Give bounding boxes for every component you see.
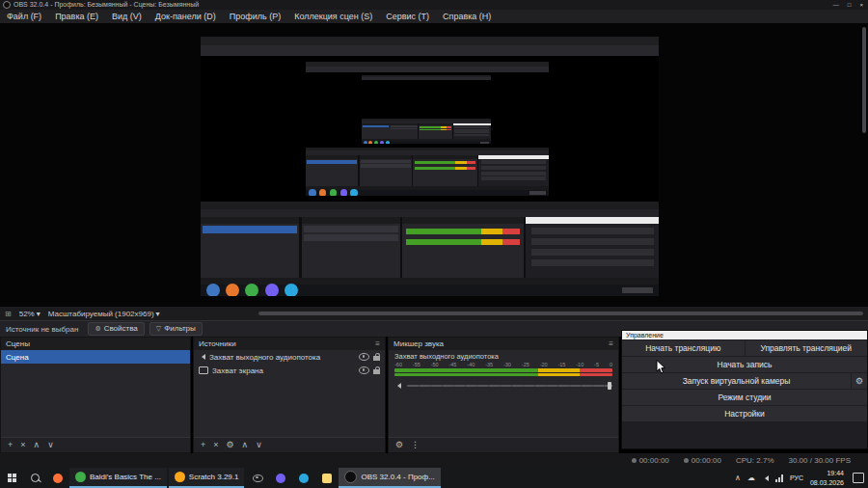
scratch-app-icon <box>175 472 185 482</box>
volume-tray-icon[interactable] <box>762 475 769 481</box>
lock-icon[interactable] <box>373 369 380 374</box>
explorer-taskbar-button[interactable] <box>315 468 339 488</box>
studio-mode-button[interactable]: Режим студии <box>622 390 867 405</box>
task-button-scratch[interactable]: Scratch 3.29.1 <box>169 468 245 488</box>
mixer-dock-title: Микшер звука <box>393 339 444 348</box>
display-icon <box>199 366 208 374</box>
menu-scene-collection[interactable]: Коллекция сцен (S) <box>287 10 379 23</box>
obs-logo-icon <box>3 1 11 9</box>
source-down-button[interactable]: ∨ <box>256 438 262 452</box>
mute-speaker-icon[interactable] <box>394 383 401 389</box>
source-properties-button[interactable]: ⚙ <box>227 438 234 452</box>
maximize-button[interactable]: □ <box>848 0 852 10</box>
filter-icon: ▽ <box>156 323 161 335</box>
volume-slider-handle[interactable] <box>608 382 611 390</box>
mixer-gear-button[interactable]: ⚙ <box>395 438 403 452</box>
nested-selected-scene <box>203 226 297 233</box>
start-recording-button[interactable]: Начать запись <box>622 357 867 372</box>
nested-preview <box>201 56 659 202</box>
source-item-audio[interactable]: Захват выходного аудиопотока <box>194 350 385 364</box>
menu-tools[interactable]: Сервис (T) <box>379 10 436 23</box>
minimize-button[interactable]: — <box>833 0 839 10</box>
capture-detail <box>361 160 411 164</box>
taskbar-clock[interactable]: 19:44 08.03.2026 <box>810 469 844 486</box>
preview-vertical-scrollbar[interactable] <box>862 27 866 133</box>
network-tray-icon[interactable] <box>775 474 783 482</box>
nested-sources-dock <box>302 217 400 278</box>
preview-horizontal-scrollbar[interactable] <box>258 312 863 315</box>
menu-docks[interactable]: Док-панели (D) <box>149 10 223 23</box>
status-bar: 00:00:00 00:00:00 CPU: 2.7% 30.00 / 30.0… <box>0 453 868 468</box>
obs-window: OBS 32.0.4 - Профиль: Безымянный - Сцены… <box>0 0 868 488</box>
filters-button[interactable]: ▽ Фильтры <box>149 322 203 336</box>
preview-capture[interactable] <box>201 37 659 296</box>
tray-expand-chevron-icon[interactable]: ∧ <box>735 474 741 482</box>
manage-broadcast-button[interactable]: Управлять трансляцией <box>746 340 868 356</box>
scenes-dock-header: Сцены <box>1 338 190 350</box>
volume-meter-right <box>394 373 612 376</box>
capture-detail <box>531 259 654 267</box>
lock-icon[interactable] <box>373 356 380 361</box>
controls-dock-header[interactable]: Управление <box>622 331 867 339</box>
streaming-dot-icon <box>684 458 689 463</box>
menu-edit[interactable]: Правка (E) <box>48 10 105 23</box>
visibility-eye-icon[interactable] <box>359 366 369 374</box>
language-indicator[interactable]: РУС <box>790 474 803 481</box>
telegram-icon <box>299 474 309 483</box>
capture-detail <box>413 155 477 159</box>
taskbar-search-button[interactable] <box>23 468 46 488</box>
db-scale-label: -20 <box>540 362 548 367</box>
dock-menu-icon[interactable]: ≡ <box>375 339 380 348</box>
pinned-app-button[interactable] <box>246 468 269 488</box>
zoom-control[interactable]: 52% ▾ <box>15 310 44 318</box>
scale-mode-control[interactable]: Масштабируемый (1902x969) ▾ <box>44 310 164 318</box>
virtual-camera-settings-gear-icon[interactable]: ⚙ <box>852 373 867 389</box>
audio-mixer-dock: Микшер звука ≡ Захват выходного аудиопот… <box>388 337 619 453</box>
capture-detail <box>402 217 524 225</box>
dock-menu-icon[interactable]: ≡ <box>609 339 613 348</box>
visibility-eye-icon[interactable] <box>359 353 369 361</box>
add-source-button[interactable]: + <box>201 438 205 452</box>
source-item-display[interactable]: Захват экрана <box>194 364 385 377</box>
sources-dock-footer: + × ⚙ ∧ ∨ <box>194 437 385 452</box>
scenes-dock: Сцены Сцена + × ∧ ∨ <box>0 337 191 453</box>
db-scale-label: -15 <box>557 362 565 367</box>
menu-file[interactable]: Файл (F) <box>0 10 48 23</box>
capture-detail <box>304 226 398 232</box>
chevron-down-icon: ▾ <box>156 310 160 318</box>
menu-profile[interactable]: Профиль (P) <box>223 10 287 23</box>
preview-canvas[interactable] <box>0 23 868 308</box>
firefox-taskbar-button[interactable] <box>46 468 69 488</box>
mixer-more-button[interactable]: ⋮ <box>411 438 420 452</box>
task-label: OBS 32.0.4 - Проф... <box>361 473 434 481</box>
add-scene-button[interactable]: + <box>8 438 13 452</box>
settings-button[interactable]: Настройки <box>622 406 867 421</box>
source-up-button[interactable]: ∧ <box>242 438 249 452</box>
nested-sourcerow <box>201 209 659 217</box>
task-button-baldi[interactable]: Baldi's Basics The ... <box>69 468 167 488</box>
nested-capture <box>306 62 549 196</box>
action-center-icon[interactable] <box>853 473 864 483</box>
menu-help[interactable]: Справка (H) <box>436 10 498 23</box>
remove-source-button[interactable]: × <box>213 438 218 452</box>
menu-view[interactable]: Вид (V) <box>105 10 149 23</box>
start-virtual-camera-button[interactable]: Запуск виртуальной камеры <box>622 373 851 389</box>
volume-slider[interactable] <box>407 385 612 387</box>
scene-down-button[interactable]: ∨ <box>47 438 54 452</box>
scene-up-button[interactable]: ∧ <box>34 438 41 452</box>
viber-taskbar-button[interactable] <box>269 468 292 488</box>
nested-volume-meter <box>415 167 475 170</box>
cpu-usage: CPU: 2.7% <box>736 456 774 465</box>
properties-button[interactable]: ⚙ Свойства <box>88 322 144 336</box>
nested-titlebar <box>201 37 659 45</box>
nested-app-icon <box>368 141 372 145</box>
scene-item-selected[interactable]: Сцена <box>1 350 190 364</box>
mixer-dock-header: Микшер звука ≡ <box>389 338 618 350</box>
telegram-taskbar-button[interactable] <box>292 468 315 488</box>
task-button-obs[interactable]: OBS 32.0.4 - Проф... <box>339 468 440 488</box>
cloud-tray-icon[interactable]: ☁ <box>747 474 755 482</box>
start-button[interactable] <box>0 468 23 488</box>
start-streaming-button[interactable]: Начать трансляцию <box>622 340 745 356</box>
remove-scene-button[interactable]: × <box>20 438 25 452</box>
close-button[interactable]: × <box>859 0 863 10</box>
